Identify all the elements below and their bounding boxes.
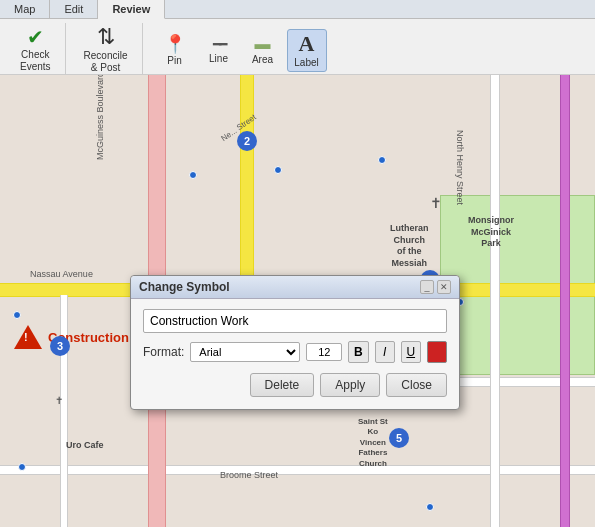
line-label: Line bbox=[209, 53, 228, 64]
toolbar-items-markup: 📍 Pin ━━ Line ▬ Area A Label bbox=[155, 23, 327, 77]
check-events-button[interactable]: ✔ CheckEvents bbox=[14, 24, 57, 76]
symbol-name-input[interactable] bbox=[143, 309, 447, 333]
church-cross-1: ✝ bbox=[430, 195, 442, 211]
badge-2: 2 bbox=[237, 131, 257, 151]
construction-icon bbox=[14, 325, 42, 349]
poi-mcginick: MonsignorMcGinickPark bbox=[468, 215, 514, 250]
area-label: Area bbox=[252, 54, 273, 65]
change-symbol-dialog: Change Symbol _ ✕ Format: Arial Times Ne… bbox=[130, 275, 460, 410]
pin-button[interactable]: 📍 Pin bbox=[155, 32, 195, 69]
dialog-title: Change Symbol bbox=[139, 280, 230, 294]
blue-dot-6 bbox=[426, 503, 434, 511]
street-mcguiness: McGuiness Boulevard bbox=[95, 75, 105, 160]
street-nassau: Nassau Avenue bbox=[30, 269, 93, 279]
dialog-minimize-button[interactable]: _ bbox=[420, 280, 434, 294]
map-view[interactable]: Nassau Avenue McGuiness Boulevard Broome… bbox=[0, 75, 595, 527]
toolbar-items-versioning: ⇅ Reconcile& Post bbox=[78, 23, 134, 77]
toolbar: Map Edit Review ✔ CheckEvents QC ⇅ Recon… bbox=[0, 0, 595, 75]
bold-button[interactable]: B bbox=[348, 341, 368, 363]
italic-button[interactable]: I bbox=[375, 341, 395, 363]
color-swatch-button[interactable] bbox=[427, 341, 447, 363]
pin-icon: 📍 bbox=[164, 35, 186, 53]
underline-button[interactable]: U bbox=[401, 341, 421, 363]
tab-map[interactable]: Map bbox=[0, 0, 50, 18]
size-input[interactable] bbox=[306, 343, 342, 361]
line-button[interactable]: ━━ Line bbox=[199, 34, 239, 67]
delete-button[interactable]: Delete bbox=[250, 373, 315, 397]
reconcile-icon: ⇅ bbox=[97, 26, 115, 48]
dialog-buttons: Delete Apply Close bbox=[143, 373, 447, 397]
blue-dot-3 bbox=[378, 156, 386, 164]
label-icon: A bbox=[299, 33, 315, 55]
dialog-title-bar[interactable]: Change Symbol _ ✕ bbox=[131, 276, 459, 299]
check-icon: ✔ bbox=[27, 27, 44, 47]
area-icon: ▬ bbox=[255, 36, 271, 52]
blue-dot-5 bbox=[13, 311, 21, 319]
road-north-henry bbox=[490, 75, 500, 527]
tab-review[interactable]: Review bbox=[98, 0, 165, 19]
dialog-body: Format: Arial Times New Roman Courier B … bbox=[131, 299, 459, 409]
reconcile-post-button[interactable]: ⇅ Reconcile& Post bbox=[78, 23, 134, 77]
street-north-henry: North Henry Street bbox=[455, 130, 465, 205]
road-broome bbox=[0, 465, 595, 475]
label-label: Label bbox=[294, 57, 318, 68]
road-purple-v bbox=[560, 75, 570, 527]
close-button[interactable]: Close bbox=[386, 373, 447, 397]
toolbar-items-qc: ✔ CheckEvents bbox=[14, 23, 57, 77]
blue-dot-2 bbox=[274, 166, 282, 174]
badge-3: 3 bbox=[50, 336, 70, 356]
badge-5: 5 bbox=[389, 428, 409, 448]
label-button[interactable]: A Label bbox=[287, 29, 327, 72]
line-icon: ━━ bbox=[213, 37, 225, 51]
font-select[interactable]: Arial Times New Roman Courier bbox=[190, 342, 300, 362]
tab-bar: Map Edit Review bbox=[0, 0, 595, 19]
poi-saint: Saint StKoVincenFathersChurch bbox=[358, 417, 388, 469]
apply-button[interactable]: Apply bbox=[320, 373, 380, 397]
reconcile-label: Reconcile& Post bbox=[84, 50, 128, 74]
dialog-close-button[interactable]: ✕ bbox=[437, 280, 451, 294]
blue-dot-7 bbox=[18, 463, 26, 471]
format-row: Format: Arial Times New Roman Courier B … bbox=[143, 341, 447, 363]
poi-lutheran: LutheranChurchof theMessiah bbox=[390, 223, 429, 270]
poi-cafe: Uro Cafe bbox=[66, 440, 104, 452]
blue-dot-1 bbox=[189, 171, 197, 179]
area-button[interactable]: ▬ Area bbox=[243, 33, 283, 68]
church-cross-2: ✝ bbox=[55, 395, 63, 406]
tab-edit[interactable]: Edit bbox=[50, 0, 98, 18]
street-broome: Broome Street bbox=[220, 470, 278, 480]
check-events-label: CheckEvents bbox=[20, 49, 51, 73]
pin-label: Pin bbox=[167, 55, 181, 66]
dialog-window-controls: _ ✕ bbox=[420, 280, 451, 294]
format-label: Format: bbox=[143, 345, 184, 359]
